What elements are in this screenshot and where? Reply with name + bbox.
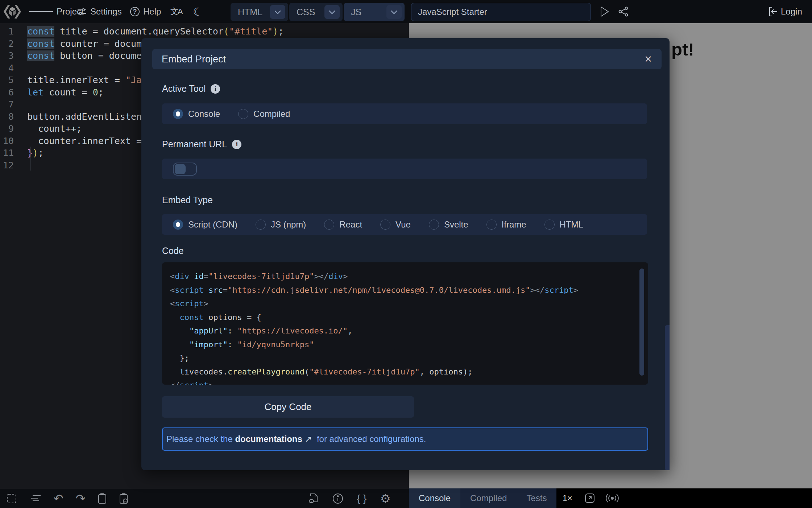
editor-gutter: 123456789101112 xyxy=(0,25,14,171)
result-tab-console[interactable]: Console xyxy=(409,488,460,508)
line-number: 4 xyxy=(0,62,14,74)
embed-type-radio-label[interactable]: Script (CDN) xyxy=(188,220,237,230)
embed-type-radio-js-npm-[interactable] xyxy=(256,220,266,230)
embed-code-box[interactable]: <div id="livecodes-7itljd1u7p"></div><sc… xyxy=(162,262,648,385)
top-toolbar: Project Settings ? Help 文A ☾ HTMLCSSJS xyxy=(0,0,812,23)
project-info-icon[interactable] xyxy=(332,493,343,504)
result-tab-tests[interactable]: Tests xyxy=(517,488,556,508)
paste-icon[interactable] xyxy=(119,493,128,504)
active-tool-radio-compiled[interactable] xyxy=(238,109,248,119)
info-icon[interactable]: i xyxy=(211,84,220,94)
zoom-level-button[interactable]: 1× xyxy=(562,493,572,503)
result-tools-bar: ConsoleCompiledTests 1× xyxy=(409,488,812,508)
settings-menu[interactable]: Settings xyxy=(77,0,122,23)
embed-type-radio-group: Script (CDN)JS (npm)ReactVueSvelteIframe… xyxy=(162,214,647,235)
docs-note-prefix: Please check the xyxy=(166,434,235,444)
format-code-icon[interactable] xyxy=(30,494,41,503)
docs-note-suffix: for advanced configurations. xyxy=(314,434,426,444)
embed-type-radio-svelte[interactable] xyxy=(429,220,439,230)
help-icon: ? xyxy=(130,7,140,16)
embed-type-radio-html[interactable] xyxy=(544,220,555,230)
language-tab-css[interactable]: CSS xyxy=(289,3,343,21)
broadcast-icon[interactable] xyxy=(606,493,619,503)
permanent-url-label: Permanent URL i xyxy=(162,139,241,149)
embed-type-radio-iframe[interactable] xyxy=(486,220,497,230)
line-number: 1 xyxy=(0,25,14,38)
embed-project-modal: Embed Project ✕ Active Tool i ConsoleCom… xyxy=(141,38,670,470)
translate-button[interactable]: 文A xyxy=(170,0,182,23)
line-number: 12 xyxy=(0,159,14,172)
line-number: 6 xyxy=(0,86,14,99)
copy-code-button[interactable]: Copy Code xyxy=(162,396,414,418)
embed-type-radio-vue[interactable] xyxy=(380,220,390,230)
close-icon[interactable]: ✕ xyxy=(644,54,652,65)
embed-type-label: Embed Type xyxy=(162,195,213,205)
info-icon[interactable]: i xyxy=(232,140,241,149)
code-box-scrollbar-thumb[interactable] xyxy=(639,269,644,376)
dark-mode-toggle[interactable]: ☾ xyxy=(193,0,203,23)
line-number: 10 xyxy=(0,135,14,147)
active-tool-radio-console[interactable] xyxy=(173,109,183,119)
login-label: Login xyxy=(781,7,802,17)
line-number: 7 xyxy=(0,98,14,111)
line-number: 5 xyxy=(0,74,14,86)
redo-icon[interactable]: ↷ xyxy=(76,492,86,505)
language-tab-label: JS xyxy=(351,7,361,17)
modal-scrollbar-thumb[interactable] xyxy=(665,325,670,470)
copy-icon[interactable] xyxy=(98,493,107,504)
embed-type-radio-react[interactable] xyxy=(324,220,334,230)
chevron-down-icon[interactable] xyxy=(324,5,340,19)
sliders-icon xyxy=(77,7,87,16)
embed-type-radio-script-cdn-[interactable] xyxy=(173,220,183,230)
select-all-icon[interactable] xyxy=(7,493,17,504)
help-menu[interactable]: ? Help xyxy=(130,0,161,23)
login-button[interactable]: Login xyxy=(768,0,802,23)
result-tab-compiled[interactable]: Compiled xyxy=(460,488,517,508)
language-tab-js[interactable]: JS xyxy=(344,3,405,21)
language-tab-html[interactable]: HTML xyxy=(231,3,288,21)
active-tool-radio-label[interactable]: Compiled xyxy=(253,109,290,119)
documentations-link[interactable]: documentations xyxy=(235,434,302,444)
line-number: 2 xyxy=(0,38,14,50)
active-tool-radio-label[interactable]: Console xyxy=(188,109,220,119)
console-tabs: ConsoleCompiledTests xyxy=(409,488,556,508)
chevron-down-icon[interactable] xyxy=(386,5,402,19)
line-number: 8 xyxy=(0,111,14,123)
open-in-new-window-icon[interactable] xyxy=(585,493,595,503)
moon-icon: ☾ xyxy=(193,5,203,18)
indent-guide xyxy=(30,147,31,171)
modal-title: Embed Project xyxy=(162,54,226,65)
editor-tools-bar: ↶ ↷ { } ⚙ xyxy=(0,489,409,508)
embed-type-radio-label[interactable]: JS (npm) xyxy=(271,220,306,230)
language-tab-label: CSS xyxy=(297,7,315,17)
documentation-note: Please check the documentations ↗ for ad… xyxy=(162,427,648,451)
run-button[interactable] xyxy=(600,0,609,23)
active-tool-radio-group: ConsoleCompiled xyxy=(162,103,647,124)
run-icon xyxy=(601,7,608,16)
line-number: 3 xyxy=(0,50,14,62)
login-icon xyxy=(768,7,778,17)
settings-menu-label: Settings xyxy=(90,7,122,17)
embed-type-radio-label[interactable]: HTML xyxy=(560,220,583,230)
editor-settings-gear-icon[interactable]: ⚙ xyxy=(380,492,391,505)
external-resources-icon[interactable] xyxy=(308,493,319,504)
embed-type-radio-label[interactable]: Vue xyxy=(395,220,411,230)
chevron-down-icon[interactable] xyxy=(270,5,285,19)
line-number: 11 xyxy=(0,147,14,159)
livecodes-logo[interactable] xyxy=(3,0,22,23)
project-title-input[interactable] xyxy=(411,3,591,21)
embed-type-radio-label[interactable]: Iframe xyxy=(502,220,526,230)
project-menu[interactable]: Project xyxy=(29,0,84,23)
share-button[interactable] xyxy=(618,0,629,23)
custom-settings-icon[interactable]: { } xyxy=(357,493,366,504)
permanent-url-toggle[interactable] xyxy=(173,163,197,176)
embed-type-radio-label[interactable]: React xyxy=(339,220,362,230)
translate-icon: 文A xyxy=(170,6,182,17)
embed-type-radio-label[interactable]: Svelte xyxy=(444,220,468,230)
code-section-label: Code xyxy=(162,246,184,256)
toggle-knob xyxy=(175,164,186,174)
hamburger-icon xyxy=(29,10,53,13)
undo-icon[interactable]: ↶ xyxy=(54,492,63,505)
active-tool-label: Active Tool i xyxy=(162,83,220,94)
help-menu-label: Help xyxy=(143,7,161,17)
